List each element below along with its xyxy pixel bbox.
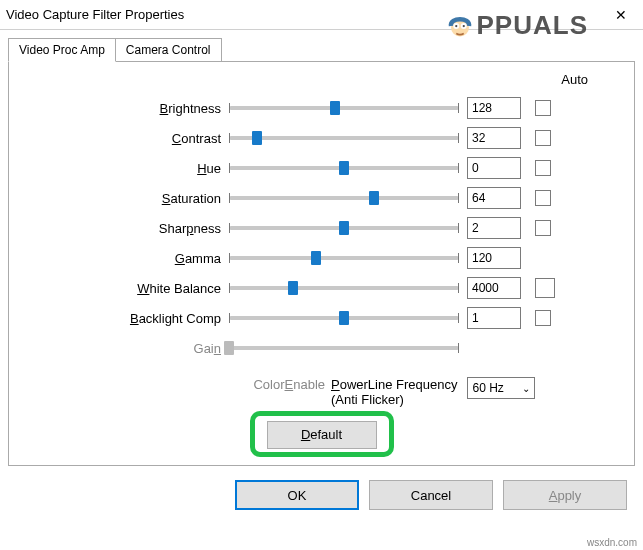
sharpness-slider[interactable] (229, 226, 459, 230)
tab-panel-video-proc-amp: Auto BrightnessContrastHueSaturationShar… (8, 61, 635, 466)
whitebalance-label: White Balance (21, 281, 221, 296)
contrast-value-input[interactable] (467, 127, 521, 149)
tab-video-proc-amp[interactable]: Video Proc Amp (8, 38, 116, 62)
brightness-slider-thumb[interactable] (330, 101, 340, 115)
contrast-auto-checkbox[interactable] (535, 130, 551, 146)
gamma-value-input[interactable] (467, 247, 521, 269)
whitebalance-value-input[interactable] (467, 277, 521, 299)
gain-label: Gain (21, 341, 221, 356)
row-brightness: Brightness (21, 93, 622, 123)
backlight-auto-checkbox[interactable] (535, 310, 551, 326)
brightness-label: Brightness (21, 101, 221, 116)
chevron-down-icon: ⌄ (522, 383, 530, 394)
colorenable-label: ColorEnable (253, 377, 325, 392)
contrast-slider-thumb[interactable] (252, 131, 262, 145)
apply-button[interactable]: Apply (503, 480, 627, 510)
brightness-value-input[interactable] (467, 97, 521, 119)
powerline-select[interactable]: 60 Hz ⌄ (467, 377, 535, 399)
hue-value-input[interactable] (467, 157, 521, 179)
sharpness-label: Sharpness (21, 221, 221, 236)
tab-camera-control[interactable]: Camera Control (115, 38, 222, 62)
window-title: Video Capture Filter Properties (6, 7, 599, 22)
gain-slider (229, 346, 459, 350)
gamma-slider[interactable] (229, 256, 459, 260)
whitebalance-slider[interactable] (229, 286, 459, 290)
whitebalance-slider-thumb[interactable] (288, 281, 298, 295)
gamma-slider-thumb[interactable] (311, 251, 321, 265)
whitebalance-auto-checkbox[interactable] (535, 278, 555, 298)
backlight-label: Backlight Comp (21, 311, 221, 326)
row-saturation: Saturation (21, 183, 622, 213)
saturation-slider-thumb[interactable] (369, 191, 379, 205)
backlight-value-input[interactable] (467, 307, 521, 329)
brightness-auto-checkbox[interactable] (535, 100, 551, 116)
brightness-slider[interactable] (229, 106, 459, 110)
contrast-slider[interactable] (229, 136, 459, 140)
row-contrast: Contrast (21, 123, 622, 153)
hue-slider[interactable] (229, 166, 459, 170)
close-icon[interactable]: ✕ (599, 0, 643, 30)
hue-label: Hue (21, 161, 221, 176)
footer-label: wsxdn.com (587, 537, 637, 548)
gain-slider-thumb (224, 341, 234, 355)
gamma-label: Gamma (21, 251, 221, 266)
title-bar: Video Capture Filter Properties ✕ (0, 0, 643, 30)
row-whitebalance: White Balance (21, 273, 622, 303)
cancel-button[interactable]: Cancel (369, 480, 493, 510)
default-button[interactable]: Default (267, 421, 377, 449)
sharpness-auto-checkbox[interactable] (535, 220, 551, 236)
powerline-label: PowerLine Frequency (Anti Flicker) (331, 377, 457, 407)
sharpness-slider-thumb[interactable] (339, 221, 349, 235)
ok-button[interactable]: OK (235, 480, 359, 510)
hue-slider-thumb[interactable] (339, 161, 349, 175)
row-gamma: Gamma (21, 243, 622, 273)
hue-auto-checkbox[interactable] (535, 160, 551, 176)
contrast-label: Contrast (21, 131, 221, 146)
row-backlight: Backlight Comp (21, 303, 622, 333)
dialog-button-row: OK Cancel Apply (0, 466, 643, 520)
tab-strip: Video Proc Amp Camera Control (8, 38, 635, 62)
row-sharpness: Sharpness (21, 213, 622, 243)
saturation-value-input[interactable] (467, 187, 521, 209)
powerline-value: 60 Hz (472, 381, 503, 395)
auto-column-header: Auto (21, 72, 622, 87)
slider-rows: BrightnessContrastHueSaturationSharpness… (21, 93, 622, 363)
saturation-slider[interactable] (229, 196, 459, 200)
saturation-auto-checkbox[interactable] (535, 190, 551, 206)
row-hue: Hue (21, 153, 622, 183)
sharpness-value-input[interactable] (467, 217, 521, 239)
sub-row: ColorEnable PowerLine Frequency (Anti Fl… (21, 377, 622, 407)
saturation-label: Saturation (21, 191, 221, 206)
row-gain: Gain (21, 333, 622, 363)
backlight-slider[interactable] (229, 316, 459, 320)
backlight-slider-thumb[interactable] (339, 311, 349, 325)
